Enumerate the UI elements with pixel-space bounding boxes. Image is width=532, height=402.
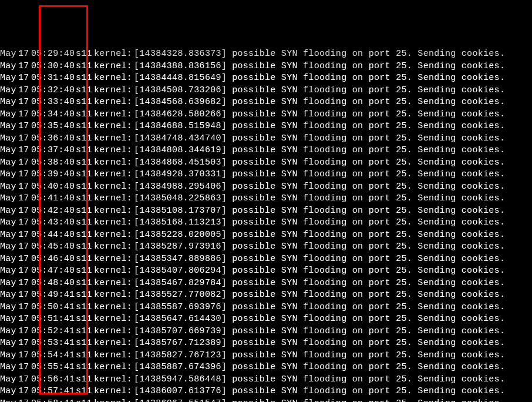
log-month: May (0, 326, 18, 338)
log-month: May (0, 61, 18, 73)
log-message: possible SYN flooding on port 25. Sendin… (227, 350, 505, 362)
log-message: possible SYN flooding on port 25. Sendin… (227, 361, 505, 374)
log-timestamp: [14384868.451503] (134, 157, 227, 169)
log-line[interactable]: May1705:48:40s11kernel:[14385467.829784]… (0, 277, 532, 290)
log-source: kernel: (94, 361, 134, 374)
log-timestamp: [14384568.639682] (134, 96, 227, 109)
log-month: May (0, 302, 18, 314)
log-timestamp: [14384508.733206] (134, 85, 227, 97)
log-message: possible SYN flooding on port 25. Sendin… (227, 302, 505, 314)
log-line[interactable]: May1705:39:40s11kernel:[14384928.370331]… (0, 169, 532, 181)
log-line[interactable]: May1705:53:41s11kernel:[14385767.712389]… (0, 337, 532, 350)
log-line[interactable]: May1705:30:40s11kernel:[14384388.836156]… (0, 61, 532, 73)
log-month: May (0, 217, 18, 229)
log-month: May (0, 48, 18, 61)
log-line[interactable]: May1705:29:40s11kernel:[14384328.836373]… (0, 48, 532, 61)
log-source: kernel: (94, 386, 134, 398)
log-source: kernel: (94, 374, 134, 386)
log-line[interactable]: May1705:31:40s11kernel:[14384448.815649]… (0, 72, 532, 85)
log-line[interactable]: May1705:36:40s11kernel:[14384748.434740]… (0, 133, 532, 145)
log-line[interactable]: May1705:45:40s11kernel:[14385287.973916]… (0, 241, 532, 253)
log-day: 17 (18, 169, 31, 181)
log-source: kernel: (94, 72, 134, 85)
log-line[interactable]: May1705:43:40s11kernel:[14385168.113213]… (0, 217, 532, 229)
log-host: s11 (76, 350, 94, 362)
log-message: possible SYN flooding on port 25. Sendin… (227, 48, 505, 61)
log-line[interactable]: May1705:51:41s11kernel:[14385647.614430]… (0, 313, 532, 326)
log-host: s11 (76, 96, 94, 109)
log-source: kernel: (94, 157, 134, 169)
log-message: possible SYN flooding on port 25. Sendin… (227, 169, 505, 181)
log-line[interactable]: May1705:46:40s11kernel:[14385347.889886]… (0, 253, 532, 266)
log-line[interactable]: May1705:33:40s11kernel:[14384568.639682]… (0, 96, 532, 109)
log-time: 05:48:40 (31, 277, 76, 290)
log-host: s11 (76, 253, 94, 266)
log-source: kernel: (94, 205, 134, 217)
log-line[interactable]: May1705:56:41s11kernel:[14385947.586448]… (0, 374, 532, 386)
log-month: May (0, 96, 18, 109)
log-source: kernel: (94, 398, 134, 403)
log-source: kernel: (94, 277, 134, 290)
log-time: 05:33:40 (31, 96, 76, 109)
log-day: 17 (18, 326, 31, 338)
log-month: May (0, 289, 18, 302)
log-timestamp: [14385827.767123] (134, 350, 227, 362)
log-source: kernel: (94, 229, 134, 242)
log-line[interactable]: May1705:41:40s11kernel:[14385048.225863]… (0, 193, 532, 205)
log-day: 17 (18, 313, 31, 326)
log-day: 17 (18, 96, 31, 109)
log-host: s11 (76, 337, 94, 350)
log-host: s11 (76, 181, 94, 193)
log-line[interactable]: May1705:34:40s11kernel:[14384628.580266]… (0, 109, 532, 121)
log-month: May (0, 337, 18, 350)
log-month: May (0, 205, 18, 217)
log-message: possible SYN flooding on port 25. Sendin… (227, 265, 505, 277)
log-message: possible SYN flooding on port 25. Sendin… (227, 289, 505, 302)
log-month: May (0, 265, 18, 277)
log-line[interactable]: May1705:54:41s11kernel:[14385827.767123]… (0, 350, 532, 362)
log-day: 17 (18, 205, 31, 217)
log-line[interactable]: May1705:32:40s11kernel:[14384508.733206]… (0, 85, 532, 97)
log-line[interactable]: May1705:44:40s11kernel:[14385228.020005]… (0, 229, 532, 242)
log-time: 05:37:40 (31, 145, 76, 157)
log-day: 17 (18, 217, 31, 229)
log-day: 17 (18, 241, 31, 253)
log-host: s11 (76, 217, 94, 229)
log-line[interactable]: May1705:35:40s11kernel:[14384688.515948]… (0, 120, 532, 133)
log-time: 05:43:40 (31, 217, 76, 229)
log-month: May (0, 374, 18, 386)
log-timestamp: [14385467.829784] (134, 277, 227, 290)
log-host: s11 (76, 205, 94, 217)
log-time: 05:30:40 (31, 61, 76, 73)
log-line[interactable]: May1705:57:41s11kernel:[14386007.613776]… (0, 386, 532, 398)
log-day: 17 (18, 109, 31, 121)
log-time: 05:46:40 (31, 253, 76, 266)
log-line[interactable]: May1705:49:41s11kernel:[14385527.770082]… (0, 289, 532, 302)
log-line[interactable]: May1705:38:40s11kernel:[14384868.451503]… (0, 157, 532, 169)
log-line[interactable]: May1705:50:41s11kernel:[14385587.693976]… (0, 302, 532, 314)
log-source: kernel: (94, 48, 134, 61)
log-message: possible SYN flooding on port 25. Sendin… (227, 181, 505, 193)
log-month: May (0, 313, 18, 326)
log-line[interactable]: May1705:42:40s11kernel:[14385108.173707]… (0, 205, 532, 217)
log-timestamp: [14384448.815649] (134, 72, 227, 85)
log-line[interactable]: May1705:52:41s11kernel:[14385707.669739]… (0, 326, 532, 338)
log-day: 17 (18, 145, 31, 157)
log-source: kernel: (94, 169, 134, 181)
log-message: possible SYN flooding on port 25. Sendin… (227, 337, 505, 350)
log-day: 17 (18, 289, 31, 302)
log-line[interactable]: May1705:55:41s11kernel:[14385887.674396]… (0, 361, 532, 374)
log-month: May (0, 241, 18, 253)
log-timestamp: [14384928.370331] (134, 169, 227, 181)
log-timestamp: [14385228.020005] (134, 229, 227, 242)
log-day: 17 (18, 120, 31, 133)
log-source: kernel: (94, 313, 134, 326)
log-line[interactable]: May1705:40:40s11kernel:[14384988.295406]… (0, 181, 532, 193)
log-day: 17 (18, 157, 31, 169)
log-message: possible SYN flooding on port 25. Sendin… (227, 96, 505, 109)
log-line[interactable]: May1705:47:40s11kernel:[14385407.806294]… (0, 265, 532, 277)
log-output[interactable]: May1705:29:40s11kernel:[14384328.836373]… (0, 48, 532, 402)
log-line[interactable]: May1705:58:41s11kernel:[14386067.551547]… (0, 398, 532, 403)
log-line[interactable]: May1705:37:40s11kernel:[14384808.344619]… (0, 145, 532, 157)
log-time: 05:44:40 (31, 229, 76, 242)
